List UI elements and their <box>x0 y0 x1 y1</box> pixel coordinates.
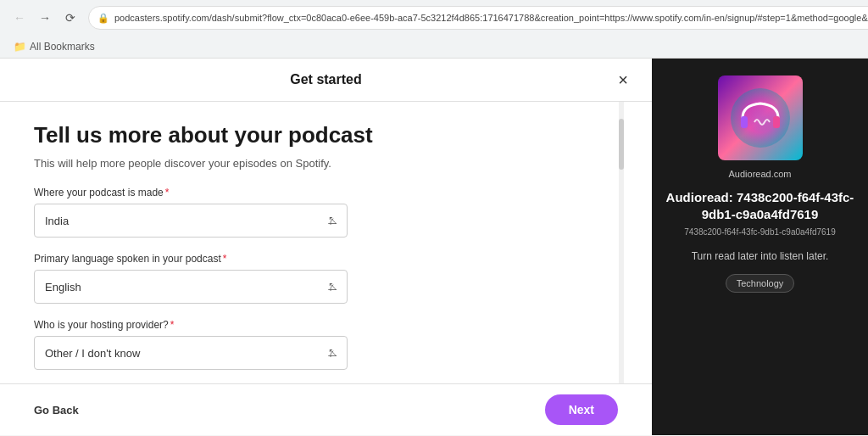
page-title: Tell us more about your podcast <box>34 122 585 148</box>
svg-point-0 <box>731 88 790 148</box>
svg-rect-2 <box>773 116 780 128</box>
form-content: Tell us more about your podcast This wil… <box>0 102 619 383</box>
close-icon: × <box>618 70 628 90</box>
forward-button[interactable]: → <box>34 7 56 29</box>
required-star: * <box>165 187 170 198</box>
podcast-name: Audioread: 7438c200-f64f-43fc-9db1-c9a0a… <box>665 189 854 222</box>
back-button[interactable]: ← <box>8 7 31 29</box>
bookmarks-bar: 📁 All Bookmarks <box>0 36 868 58</box>
required-star-2: * <box>223 253 227 265</box>
refresh-button[interactable]: ⟳ <box>59 7 81 29</box>
podcast-description: Turn read later into listen later. <box>692 250 829 262</box>
bookmarks-label: All Bookmarks <box>30 41 95 53</box>
bookmarks-folder[interactable]: 📁 All Bookmarks <box>8 39 100 54</box>
url-text: podcasters.spotify.com/dash/submit?flow_… <box>114 13 868 23</box>
podcast-id: 7438c200-f64f-43fc-9db1-c9a0a4fd7619 <box>684 227 835 237</box>
country-label: Where your podcast is made* <box>34 187 585 198</box>
hosting-select-wrapper: Other / I don't know ⦩ <box>34 336 348 370</box>
language-select-wrapper: English ⦩ <box>34 270 348 304</box>
address-bar[interactable]: 🔒 podcasters.spotify.com/dash/submit?flo… <box>88 6 868 30</box>
modal-footer: Go Back Next <box>0 383 652 435</box>
modal-title: Get started <box>290 72 361 87</box>
browser-chrome: ← → ⟳ 🔒 podcasters.spotify.com/dash/subm… <box>0 0 868 59</box>
scroll-thumb <box>619 119 624 170</box>
modal-header: Get started × <box>0 59 652 102</box>
form-area: Get started × Tell us more about your po… <box>0 59 652 435</box>
hosting-label: Who is your hosting provider?* <box>34 319 585 331</box>
language-select[interactable]: English <box>34 270 348 304</box>
country-select[interactable]: India <box>34 204 348 238</box>
hosting-group: Who is your hosting provider?* Other / I… <box>34 319 585 370</box>
country-select-wrapper: India ⦩ <box>34 204 348 238</box>
close-button[interactable]: × <box>611 68 635 92</box>
podcast-logo-svg <box>731 88 790 148</box>
podcast-tag: Technology <box>726 274 795 293</box>
main-area: Get started × Tell us more about your po… <box>0 59 868 435</box>
next-button[interactable]: Next <box>545 394 618 425</box>
page-subtitle: This will help more people discover your… <box>34 157 585 170</box>
country-group: Where your podcast is made* India ⦩ <box>34 187 585 238</box>
right-panel: Audioread.com Audioread: 7438c200-f64f-4… <box>652 59 868 435</box>
browser-toolbar: ← → ⟳ 🔒 podcasters.spotify.com/dash/subm… <box>0 0 868 36</box>
nav-buttons: ← → ⟳ <box>8 7 81 29</box>
go-back-button[interactable]: Go Back <box>34 404 79 416</box>
language-label: Primary language spoken in your podcast* <box>34 253 585 265</box>
required-star-3: * <box>170 319 175 331</box>
svg-rect-1 <box>741 116 748 128</box>
podcast-site: Audioread.com <box>729 169 792 179</box>
lock-icon: 🔒 <box>97 13 109 24</box>
podcast-logo <box>718 75 803 160</box>
hosting-select[interactable]: Other / I don't know <box>34 336 348 370</box>
folder-icon: 📁 <box>14 41 26 53</box>
language-group: Primary language spoken in your podcast*… <box>34 253 585 304</box>
scroll-track[interactable] <box>619 102 624 383</box>
